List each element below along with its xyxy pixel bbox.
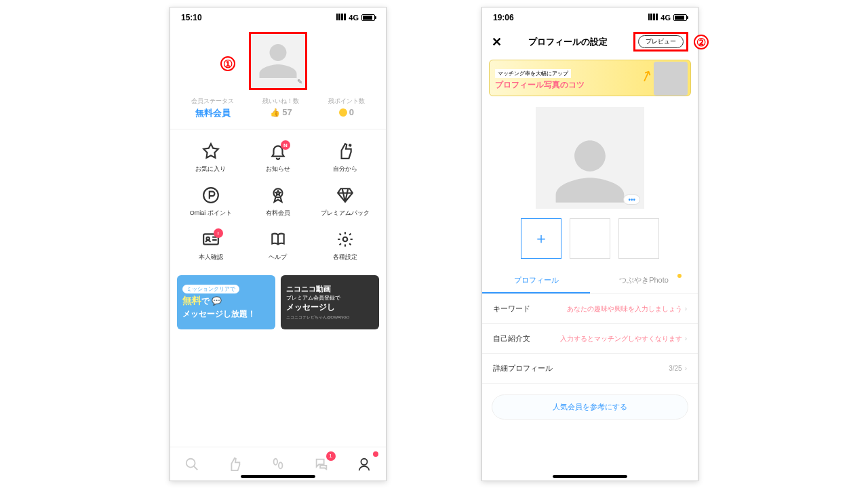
bell-icon: N — [269, 142, 288, 161]
mypage-dot — [373, 451, 378, 457]
tab-likes[interactable] — [226, 455, 243, 473]
annotation-1: ① — [220, 56, 235, 71]
banner2-small: ニコニコテレビちゃん@DWANGO — [286, 314, 374, 321]
stat-likes[interactable]: 残いいね！数 👍57 — [262, 97, 299, 119]
medal-icon — [269, 186, 288, 205]
photo-thumbnails: ＋ — [482, 218, 698, 259]
stat-value: 無料会員 — [191, 107, 234, 119]
banners: ミッションクリアで 無料で 💬 メッセージし放題！ ニコニコ動画 プレミアム会員… — [170, 275, 386, 329]
svg-point-7 — [279, 462, 283, 468]
promo-title: プロフィール写真のコツ — [495, 79, 585, 91]
row-keyword[interactable]: キーワード あなたの趣味や興味を入力しましょう› — [482, 294, 698, 324]
menu-label: 本人確認 — [199, 253, 223, 262]
chat-badge: 1 — [326, 451, 336, 461]
stat-label: 残ポイント数 — [328, 97, 365, 106]
menu-favorites[interactable]: お気に入り — [177, 142, 244, 174]
menu-label: プレミアムパック — [321, 209, 370, 218]
promo-text: マッチング率を大幅にアップ プロフィール写真のコツ — [495, 66, 585, 91]
more-button[interactable]: ••• — [623, 195, 640, 205]
preview-wrap: プレビュー ② — [633, 32, 688, 52]
tab-search[interactable] — [183, 455, 201, 473]
battery-icon — [673, 14, 687, 21]
avatar-edit-button[interactable]: ✎ — [249, 32, 307, 90]
row-label: 詳細プロフィール — [493, 363, 553, 373]
banner-text: 無料で 💬 — [182, 295, 270, 307]
page-title: プロフィールの設定 — [528, 36, 608, 48]
banner-text2: メッセージし放題！ — [182, 308, 270, 320]
banner-niconico[interactable]: ニコニコ動画 プレミアム会員登録で メッセージし ニコニコテレビちゃん@DWAN… — [281, 275, 379, 329]
menu-notifications[interactable]: N お知らせ — [244, 142, 311, 174]
menu-fromme[interactable]: 自分から — [312, 142, 379, 174]
menu-label: 有料会員 — [266, 209, 290, 218]
menu-label: Omiai ポイント — [190, 209, 232, 218]
reference-popular-button[interactable]: 人気会員を参考にする — [492, 394, 688, 420]
tab-footprint[interactable] — [269, 455, 287, 473]
avatar-silhouette-icon — [553, 134, 627, 209]
status-right: 4G — [648, 14, 687, 22]
badge-new: N — [281, 140, 290, 150]
row-detail-profile[interactable]: 詳細プロフィール 3/25› — [482, 354, 698, 384]
menu-label: 自分から — [333, 165, 357, 174]
preview-button[interactable]: プレビュー — [638, 35, 684, 48]
coin-icon — [339, 108, 347, 117]
menu-label: お知らせ — [266, 165, 290, 174]
star-icon — [201, 142, 220, 161]
banner-mission[interactable]: ミッションクリアで 無料で 💬 メッセージし放題！ — [177, 275, 275, 329]
svg-point-3 — [206, 237, 209, 240]
menu-settings[interactable]: 各種設定 — [312, 230, 379, 262]
stat-value: 0 — [328, 107, 365, 117]
svg-point-4 — [343, 237, 348, 242]
menu-paid-member[interactable]: 有料会員 — [244, 186, 311, 218]
photo-slot-3[interactable] — [618, 218, 659, 259]
gear-icon — [336, 230, 355, 249]
row-hint: 入力するとマッチングしやすくなります› — [560, 334, 687, 344]
svg-point-8 — [361, 458, 368, 464]
promo-subtitle: マッチング率を大幅にアップ — [495, 69, 571, 78]
row-label: 自己紹介文 — [493, 333, 530, 344]
preview-highlight: プレビュー — [633, 32, 688, 52]
chevron-right-icon: › — [685, 305, 687, 312]
arrow-up-icon: ↗ — [637, 66, 655, 87]
tab-profile[interactable]: プロフィール — [482, 268, 590, 293]
tab-chat[interactable]: 1 — [313, 455, 330, 473]
menu-premium[interactable]: プレミアムパック — [312, 186, 379, 218]
stat-points[interactable]: 残ポイント数 0 — [328, 97, 365, 119]
svg-point-6 — [274, 458, 278, 464]
banner2-t2: プレミアム会員登録で — [286, 294, 374, 302]
home-indicator — [553, 475, 627, 478]
close-button[interactable]: ✕ — [492, 35, 502, 49]
chevron-right-icon: › — [685, 335, 687, 342]
tab-dot-icon — [677, 274, 682, 278]
main-photo-slot[interactable]: ••• — [536, 107, 644, 209]
photo-slot-2[interactable] — [570, 218, 610, 259]
screen-mypage: 15:10 4G ① ✎ 会員ステータス 無料会員 残いいね！数 👍57 残ポイ… — [170, 7, 387, 481]
row-intro[interactable]: 自己紹介文 入力するとマッチングしやすくなります› — [482, 324, 698, 354]
signal-icon — [648, 14, 658, 22]
chevron-right-icon: › — [685, 365, 687, 372]
tab-mypage[interactable] — [355, 455, 373, 473]
menu-label: お気に入り — [195, 165, 226, 174]
stat-label: 会員ステータス — [191, 97, 234, 106]
banner-pill: ミッションクリアで — [182, 285, 239, 293]
tab-tsubuyaki-photo[interactable]: つぶやきPhoto — [590, 268, 698, 293]
avatar-silhouette-icon — [258, 41, 298, 81]
stats-row: 会員ステータス 無料会員 残いいね！数 👍57 残ポイント数 0 — [170, 97, 386, 119]
stat-membership[interactable]: 会員ステータス 無料会員 — [191, 97, 234, 119]
row-hint: あなたの趣味や興味を入力しましょう› — [567, 304, 687, 314]
status-right: 4G — [336, 14, 375, 22]
id-card-icon: ! — [201, 230, 220, 249]
menu-points[interactable]: Omiai ポイント — [177, 186, 244, 218]
status-time: 15:10 — [181, 13, 202, 22]
menu-label: ヘルプ — [269, 253, 287, 262]
add-photo-button[interactable]: ＋ — [521, 218, 561, 259]
svg-point-5 — [186, 458, 195, 467]
promo-image — [654, 62, 688, 96]
row-value: 3/25› — [669, 365, 687, 372]
menu-identity[interactable]: ! 本人確認 — [177, 230, 244, 262]
circle-p-icon — [201, 186, 220, 205]
menu-help[interactable]: ヘルプ — [244, 230, 311, 262]
edit-pen-icon: ✎ — [297, 78, 302, 85]
signal-icon — [336, 14, 346, 22]
promo-banner[interactable]: マッチング率を大幅にアップ プロフィール写真のコツ ↗ — [489, 60, 691, 96]
banner2-t1: ニコニコ動画 — [286, 284, 374, 294]
